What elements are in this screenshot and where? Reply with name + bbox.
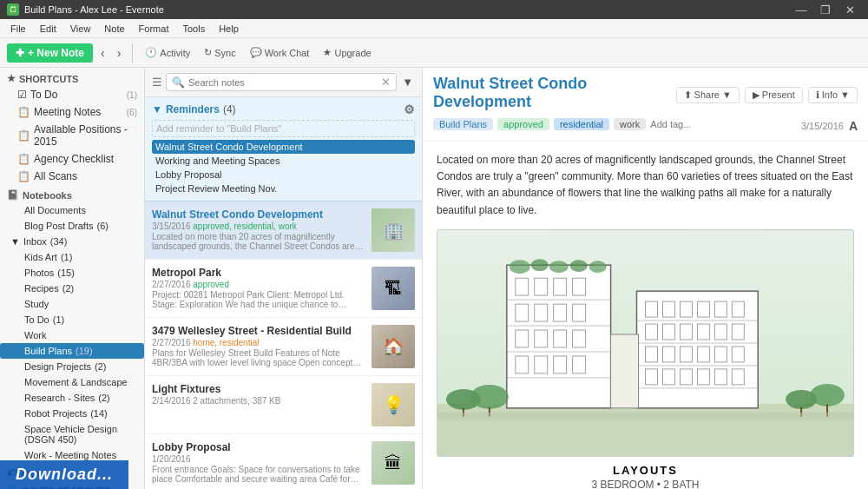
- info-button[interactable]: ℹ Info ▼: [808, 87, 858, 103]
- note-thumb-3: 💡: [372, 383, 415, 426]
- view-options-button[interactable]: ☰: [152, 76, 162, 89]
- note-sort-alpha[interactable]: A: [849, 119, 858, 133]
- title-bar: 🗒 Build Plans - Alex Lee - Evernote — ❐ …: [0, 0, 868, 19]
- note-icon: 📋: [17, 106, 30, 118]
- note-detail-body[interactable]: Located on more than 20 acres of magnifi…: [423, 142, 868, 489]
- sidebar-design-projects[interactable]: Design Projects (2): [0, 359, 144, 374]
- star-icon: ★: [7, 73, 16, 84]
- nav-forward-button[interactable]: ›: [113, 44, 126, 62]
- reminder-add-field[interactable]: Add reminder to "Build Plans": [152, 120, 415, 137]
- reminders-settings-button[interactable]: ⚙: [404, 102, 415, 116]
- sync-button[interactable]: ↻ Sync: [199, 44, 240, 61]
- sidebar-work[interactable]: Work: [0, 327, 144, 343]
- note-card-0[interactable]: Walnut Street Condo Development 3/15/201…: [145, 202, 422, 260]
- share-icon: ⬆: [684, 89, 692, 101]
- work-chat-button[interactable]: 💬 Work Chat: [245, 44, 315, 61]
- maximize-button[interactable]: ❐: [814, 0, 837, 19]
- note-detail: Walnut Street Condo Development ⬆ Share …: [423, 68, 868, 489]
- app-icon: 🗒: [7, 3, 19, 16]
- sync-icon: ↻: [204, 47, 212, 58]
- note-card-3[interactable]: Light Fixtures 2/14/2016 2 attachments, …: [145, 376, 422, 434]
- note-detail-actions: ⬆ Share ▼ ▶ Present ℹ Info ▼: [676, 87, 858, 103]
- svg-point-64: [810, 384, 845, 406]
- menu-view[interactable]: View: [63, 22, 98, 36]
- note-card-4[interactable]: Lobby Proposal 1/20/2016 Front entrance …: [145, 434, 422, 489]
- share-button[interactable]: ⬆ Share ▼: [676, 87, 740, 103]
- reminder-item-0[interactable]: Walnut Street Condo Development: [152, 140, 415, 154]
- shortcuts-header: ★ Shortcuts: [0, 68, 144, 86]
- sidebar-item-agency-checklist[interactable]: 📋 Agency Checklist: [0, 150, 144, 168]
- note-card-2[interactable]: 3479 Wellesley Street - Residential Buil…: [145, 318, 422, 376]
- note-card-1[interactable]: Metropol Park 2/27/2016 approved Project…: [145, 260, 422, 318]
- note-thumb-1: 🏗: [372, 267, 415, 310]
- menu-file[interactable]: File: [3, 22, 33, 36]
- tag-approved[interactable]: approved: [497, 118, 549, 130]
- upgrade-button[interactable]: ★ Upgrade: [318, 44, 376, 61]
- sidebar-item-available-positions[interactable]: 📋 Available Positions - 2015: [0, 121, 144, 150]
- reminder-item-1[interactable]: Working and Meeting Spaces: [152, 154, 415, 168]
- note-tags-row: Build Plans approved residential work: [433, 118, 711, 130]
- toolbar: ✚ + New Note ‹ › 🕐 Activity ↻ Sync 💬 Wor…: [0, 38, 868, 68]
- note-thumb-2: 🏠: [372, 325, 415, 368]
- activity-button[interactable]: 🕐 Activity: [140, 44, 195, 61]
- menu-tools[interactable]: Tools: [175, 22, 212, 36]
- sidebar-inbox[interactable]: ▼ Inbox (34): [0, 234, 144, 249]
- sidebar-research-sites[interactable]: Research - Sites (2): [0, 390, 144, 406]
- search-box: 🔍 ✕: [166, 73, 397, 91]
- tag-work[interactable]: work: [614, 118, 646, 130]
- menu-note[interactable]: Note: [97, 22, 131, 36]
- sidebar-item-all-scans[interactable]: 📋 All Scans: [0, 168, 144, 185]
- sidebar-movement-landscape[interactable]: Movement & Landscape: [0, 374, 144, 390]
- title-bar-left: 🗒 Build Plans - Alex Lee - Evernote: [7, 3, 164, 16]
- share-chevron-icon: ▼: [722, 89, 732, 100]
- search-input[interactable]: [188, 77, 378, 88]
- sidebar-item-meeting-notes[interactable]: 📋 Meeting Notes (6): [0, 103, 144, 121]
- title-bar-text: Build Plans - Alex Lee - Evernote: [24, 4, 164, 15]
- menu-format[interactable]: Format: [132, 22, 176, 36]
- svg-point-56: [570, 260, 588, 272]
- note-icon4: 📋: [17, 170, 30, 182]
- main-layout: ★ Shortcuts ☑ To Do (1) 📋 Meeting Notes …: [0, 68, 868, 489]
- present-icon: ▶: [753, 89, 760, 101]
- search-clear-button[interactable]: ✕: [381, 76, 391, 89]
- reminder-item-3[interactable]: Project Review Meeting Nov.: [152, 182, 415, 195]
- new-note-button[interactable]: ✚ + New Note: [7, 43, 93, 63]
- tag-build-plans[interactable]: Build Plans: [433, 118, 493, 130]
- sidebar-all-documents[interactable]: All Documents: [0, 202, 144, 218]
- note-thumb-4: 🏛: [372, 441, 415, 485]
- sidebar-robot-projects[interactable]: Robot Projects (14): [0, 406, 144, 421]
- minimize-button[interactable]: —: [790, 0, 812, 19]
- note-list-scroll[interactable]: Walnut Street Condo Development 3/15/201…: [145, 202, 422, 489]
- search-icon-small: 🔍: [172, 76, 185, 89]
- sidebar-photos[interactable]: Photos (15): [0, 265, 144, 281]
- svg-rect-52: [611, 334, 639, 408]
- sidebar-study[interactable]: Study: [0, 296, 144, 312]
- activity-icon: 🕐: [145, 47, 157, 58]
- sidebar-space-vehicle[interactable]: Space Vehicle Design (DSGN 450): [0, 421, 144, 447]
- toolbar-separator: [132, 43, 133, 63]
- sidebar-blog-post-drafts[interactable]: Blog Post Drafts (6): [0, 218, 144, 234]
- notebooks-header: 📓 Notebooks: [0, 185, 144, 202]
- new-note-label: + New Note: [28, 47, 84, 59]
- present-button[interactable]: ▶ Present: [745, 87, 803, 103]
- sidebar-item-todo[interactable]: ☑ To Do (1): [0, 86, 144, 103]
- close-button[interactable]: ✕: [838, 0, 861, 19]
- upgrade-icon: ★: [323, 47, 332, 58]
- note-card-content-2: 3479 Wellesley Street - Residential Buil…: [152, 325, 366, 368]
- sidebar-todo-child[interactable]: To Do (1): [0, 312, 144, 327]
- reminder-item-2[interactable]: Lobby Proposal: [152, 168, 415, 182]
- sidebar-kids-art[interactable]: Kids Art (1): [0, 249, 144, 265]
- svg-rect-1: [437, 404, 853, 456]
- menu-help[interactable]: Help: [212, 22, 246, 36]
- sidebar-recipes[interactable]: Recipes (2): [0, 281, 144, 296]
- search-dropdown-button[interactable]: ▼: [400, 74, 415, 90]
- tag-residential[interactable]: residential: [554, 118, 609, 130]
- add-tag-input[interactable]: [650, 119, 711, 129]
- arrow-down-icon: ▼: [10, 236, 20, 247]
- note-icon3: 📋: [17, 153, 30, 165]
- sidebar-build-plans[interactable]: Build Plans (19): [0, 343, 144, 359]
- window-controls[interactable]: — ❐ ✕: [790, 0, 861, 19]
- checkbox-icon: ☑: [17, 89, 27, 101]
- nav-back-button[interactable]: ‹: [96, 44, 109, 62]
- menu-edit[interactable]: Edit: [33, 22, 63, 36]
